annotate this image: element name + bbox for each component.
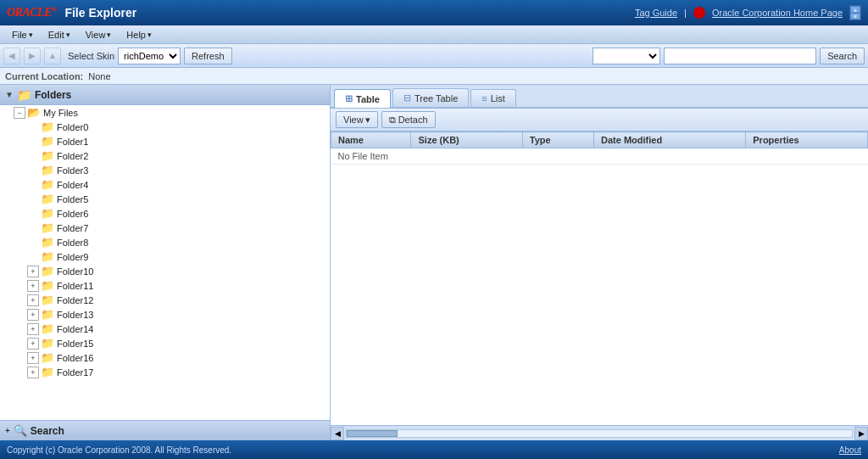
toolbar-strip: ◀ ▶ ▲ Select Skin richDemo default Refre… — [0, 44, 868, 68]
folder8-icon: 📁 — [41, 236, 54, 249]
horizontal-scrollbar[interactable]: ◀ ▶ — [331, 425, 868, 440]
menu-help[interactable]: Help ▾ — [120, 28, 159, 42]
col-date[interactable]: Date Modified — [594, 132, 746, 148]
scroll-down[interactable]: ▼ — [850, 13, 860, 20]
tree-item-my-files[interactable]: − 📂 My Files — [0, 105, 330, 120]
footer-about-link[interactable]: About — [839, 445, 861, 455]
app-header: ORACLE® File Explorer Tag Guide | Oracle… — [0, 0, 868, 25]
folder10-icon: 📁 — [41, 265, 54, 277]
folder14-expander[interactable]: + — [27, 323, 39, 335]
view-button[interactable]: View ▾ — [336, 111, 378, 128]
footer: Copyright (c) Oracle Corporation 2008. A… — [0, 440, 868, 459]
scroll-track[interactable] — [346, 429, 853, 438]
refresh-button[interactable]: Refresh — [184, 48, 232, 64]
menu-file[interactable]: File ▾ — [5, 28, 40, 42]
col-size[interactable]: Size (KB) — [411, 132, 522, 148]
folder0-icon: 📁 — [41, 120, 54, 133]
search-section-expand[interactable]: + — [5, 426, 10, 435]
tree-item-folder8[interactable]: 📁 Folder8 — [0, 235, 330, 249]
scroll-right-button[interactable]: ▶ — [854, 427, 868, 440]
file-table-container[interactable]: Name Size (KB) Type Date Modified Proper… — [331, 132, 868, 425]
tab-tree-table[interactable]: ⊟ Tree Table — [392, 88, 469, 107]
folder16-expander[interactable]: + — [27, 352, 39, 364]
tab-list[interactable]: ≡ List — [470, 89, 516, 107]
tree-item-folder2[interactable]: 📁 Folder2 — [0, 148, 330, 163]
oracle-home-icon — [693, 7, 705, 19]
folder3-label: Folder3 — [57, 165, 88, 176]
tree-item-folder16[interactable]: + 📁 Folder16 — [0, 350, 330, 365]
tree-item-folder9[interactable]: 📁 Folder9 — [0, 249, 330, 264]
folder6-icon: 📁 — [41, 207, 54, 220]
header-divider: | — [684, 8, 687, 18]
folder8-label: Folder8 — [57, 238, 88, 248]
tree-item-folder1[interactable]: 📁 Folder1 — [0, 134, 330, 148]
folder12-expander[interactable]: + — [27, 294, 39, 306]
folder10-expander[interactable]: + — [27, 266, 39, 277]
folder13-expander[interactable]: + — [27, 309, 39, 321]
tree-item-folder11[interactable]: + 📁 Folder11 — [0, 278, 330, 293]
folder17-expander[interactable]: + — [27, 367, 39, 378]
detach-icon: ⧉ — [389, 115, 396, 126]
location-bar: Current Location: None — [0, 68, 868, 85]
folders-icon: 📁 — [17, 88, 31, 102]
tree-item-folder10[interactable]: + 📁 Folder10 — [0, 264, 330, 278]
scroll-up[interactable]: ▲ — [850, 6, 860, 13]
up-button[interactable]: ▲ — [44, 48, 61, 64]
tag-guide-link[interactable]: Tag Guide — [635, 8, 677, 18]
tree-item-folder3[interactable]: 📁 Folder3 — [0, 163, 330, 177]
tab-table[interactable]: ⊞ Table — [334, 89, 391, 108]
my-files-expander[interactable]: − — [14, 107, 25, 119]
table-header-row: Name Size (KB) Type Date Modified Proper… — [331, 132, 868, 148]
tree-item-folder6[interactable]: 📁 Folder6 — [0, 206, 330, 221]
col-props[interactable]: Properties — [746, 132, 868, 148]
col-type[interactable]: Type — [522, 132, 593, 148]
search-button[interactable]: Search — [820, 48, 865, 64]
folder0-label: Folder0 — [57, 122, 88, 132]
tree-item-folder4[interactable]: 📁 Folder4 — [0, 177, 330, 192]
back-button[interactable]: ◀ — [3, 48, 20, 64]
list-icon: ≡ — [481, 93, 487, 104]
folder7-icon: 📁 — [41, 221, 54, 234]
scroll-controls[interactable]: ▲ ▼ — [849, 5, 861, 20]
tree-item-folder7[interactable]: 📁 Folder7 — [0, 221, 330, 235]
folder4-label: Folder4 — [57, 180, 88, 190]
folder11-expander[interactable]: + — [27, 280, 39, 292]
folder1-icon: 📁 — [41, 135, 54, 148]
scroll-thumb[interactable] — [347, 430, 398, 437]
folder-tree[interactable]: − 📂 My Files 📁 Folder0 📁 Folder1 — [0, 105, 330, 420]
menu-edit[interactable]: Edit ▾ — [42, 28, 77, 42]
oracle-home-link[interactable]: Oracle Corporation Home Page — [712, 8, 843, 18]
skin-select[interactable]: richDemo default — [118, 48, 181, 64]
main-content: ▼ 📁 Folders − 📂 My Files 📁 Folder0 — [0, 85, 868, 440]
search-section-label: Search — [31, 425, 64, 437]
forward-button[interactable]: ▶ — [24, 48, 41, 64]
folder2-icon: 📁 — [41, 149, 54, 162]
folder16-icon: 📁 — [41, 351, 54, 364]
folder5-label: Folder5 — [57, 194, 88, 204]
folders-collapse-button[interactable]: ▼ — [5, 90, 14, 99]
help-menu-arrow: ▾ — [147, 31, 152, 39]
search-input[interactable] — [664, 48, 816, 64]
tree-item-folder13[interactable]: + 📁 Folder13 — [0, 307, 330, 322]
detach-button[interactable]: ⧉ Detach — [381, 111, 436, 128]
folder9-icon: 📁 — [41, 250, 54, 263]
col-name[interactable]: Name — [331, 132, 411, 148]
view-menu-arrow: ▾ — [107, 31, 111, 39]
my-files-label: My Files — [43, 108, 78, 118]
folder3-icon: 📁 — [41, 164, 54, 176]
tree-item-folder5[interactable]: 📁 Folder5 — [0, 192, 330, 206]
skin-label: Select Skin — [68, 51, 114, 61]
tree-item-folder12[interactable]: + 📁 Folder12 — [0, 293, 330, 307]
menu-view[interactable]: View ▾ — [79, 28, 119, 42]
scroll-left-button[interactable]: ◀ — [331, 427, 344, 440]
search-scope-dropdown[interactable] — [593, 48, 660, 64]
tree-item-folder17[interactable]: + 📁 Folder17 — [0, 365, 330, 379]
tree-item-folder0[interactable]: 📁 Folder0 — [0, 120, 330, 134]
folder15-icon: 📁 — [41, 337, 54, 350]
tree-item-folder14[interactable]: + 📁 Folder14 — [0, 322, 330, 336]
folder17-label: Folder17 — [57, 367, 93, 378]
location-value: None — [88, 71, 110, 81]
folder15-expander[interactable]: + — [27, 338, 39, 350]
view-dropdown-arrow: ▾ — [365, 115, 370, 126]
tree-item-folder15[interactable]: + 📁 Folder15 — [0, 336, 330, 350]
